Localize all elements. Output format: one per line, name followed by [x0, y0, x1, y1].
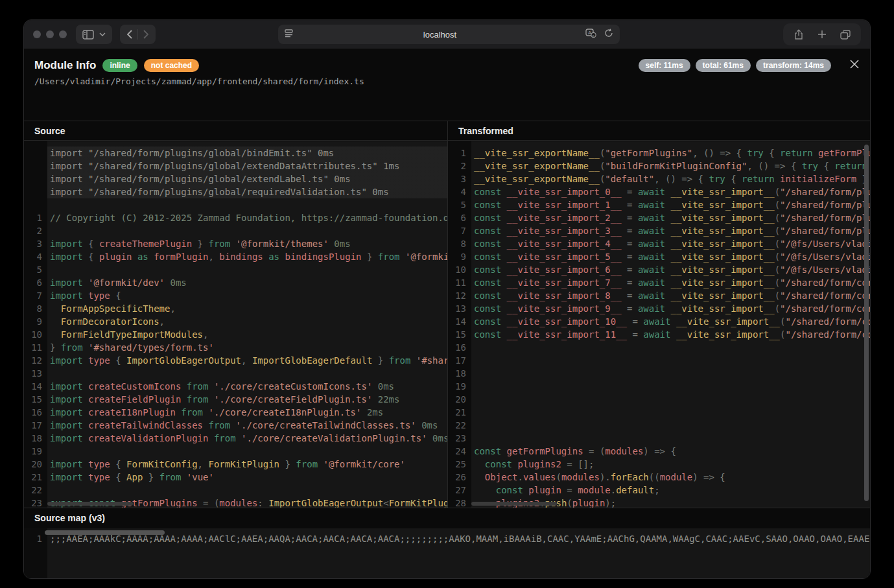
code-line: import "/shared/form/plugins/global/bind… — [24, 147, 447, 159]
line-number: 12 — [448, 289, 466, 302]
close-window-button[interactable] — [33, 30, 41, 38]
sourcemap-horizontal-scrollbar[interactable] — [45, 530, 165, 535]
transformed-pane-title: Transformed — [448, 121, 870, 141]
code-line: 9 FormDecoratorIcons, — [24, 315, 447, 328]
line-number: 7 — [448, 224, 466, 237]
code-line: 10 FormFieldTypeImportModules, — [24, 328, 447, 341]
code-line: 15import createFieldPlugin from './core/… — [24, 393, 447, 406]
module-inspector-overlay: Module Info inline not cached self: 11ms… — [24, 49, 870, 578]
line-number: 25 — [448, 458, 466, 471]
line-number: 3 — [24, 237, 42, 250]
url-text[interactable]: localhost — [294, 30, 585, 40]
nav-separator — [137, 29, 138, 40]
line-number: 21 — [448, 406, 466, 419]
line-number: 20 — [24, 458, 42, 471]
code-line: 11const __vite_ssr_import_7__ = await __… — [448, 276, 870, 289]
zoom-window-button[interactable] — [59, 30, 67, 38]
code-line: 12import type { ImportGlobEagerOutput, I… — [24, 354, 447, 367]
source-pane-title: Source — [24, 121, 447, 141]
code-line: 25 const plugins2 = []; — [448, 458, 870, 471]
code-line: 11} from '#shared/types/form.ts' — [24, 341, 447, 354]
code-line: 8 FormAppSpecificTheme, — [24, 302, 447, 315]
code-line: 19 — [24, 445, 447, 458]
sidebar-button[interactable] — [76, 25, 112, 44]
page-title: Module Info — [34, 59, 96, 72]
line-number: 6 — [448, 211, 466, 224]
new-tab-button[interactable] — [810, 23, 834, 45]
line-number: 18 — [448, 367, 466, 380]
share-button[interactable] — [787, 23, 810, 45]
line-number: 2 — [24, 224, 42, 237]
code-line: 26 Object.values(modules).forEach((modul… — [448, 471, 870, 484]
sourcemap-code[interactable]: 1;;;AAEA;AAAkC;AAAA;AAAA;AAAA;AAClC;AAEA… — [24, 528, 870, 578]
transform-time-badge: transform: 14ms — [756, 59, 831, 72]
line-number: 27 — [448, 484, 466, 497]
code-line: 27 const plugin = module.default; — [448, 484, 870, 497]
sourcemap-title: Source map (v3) — [24, 508, 870, 528]
code-line: 2__vite_ssr_exportName__("buildFormKitPl… — [448, 159, 870, 172]
line-number: 1 — [24, 211, 42, 224]
close-button[interactable] — [849, 59, 860, 72]
code-line: 8const __vite_ssr_import_4__ = await __v… — [448, 237, 870, 250]
code-line: 13 — [24, 367, 447, 380]
code-line: 21import type { App } from 'vue' — [24, 471, 447, 484]
line-number: 10 — [448, 263, 466, 276]
line-number: 26 — [448, 471, 466, 484]
code-line: 17 — [448, 354, 870, 367]
line-number: 15 — [448, 328, 466, 341]
transformed-pane: Transformed 1__vite_ssr_exportName__("ge… — [448, 121, 870, 508]
sourcemap-section: Source map (v3) 1;;;AAEA;AAAkC;AAAA;AAAA… — [24, 508, 870, 578]
module-info-header: Module Info inline not cached self: 11ms… — [24, 49, 870, 72]
code-line: 3import { createThemePlugin } from '@for… — [24, 237, 447, 250]
code-line: 22 — [24, 484, 447, 497]
line-number: 16 — [24, 406, 42, 419]
transformed-horizontal-scrollbar[interactable] — [471, 502, 557, 506]
code-line: 6const __vite_ssr_import_2__ = await __v… — [448, 211, 870, 224]
transformed-code[interactable]: 1__vite_ssr_exportName__("getFormPlugins… — [448, 141, 870, 508]
address-bar[interactable]: localhost A x — [278, 25, 620, 44]
close-icon — [849, 59, 860, 72]
code-line: 6import '@formkit/dev' 0ms — [24, 276, 447, 289]
reload-icon[interactable] — [604, 29, 613, 40]
line-number: 9 — [24, 315, 42, 328]
code-panes: Source import "/shared/form/plugins/glob… — [24, 121, 870, 508]
line-number: 22 — [24, 484, 42, 497]
browser-window: localhost A x — [23, 19, 871, 579]
minimize-window-button[interactable] — [46, 30, 54, 38]
line-number: 8 — [448, 237, 466, 250]
line-number: 21 — [24, 471, 42, 484]
line-number: 19 — [448, 380, 466, 393]
code-line: 23 — [448, 432, 870, 445]
code-line: 5const __vite_ssr_import_1__ = await __v… — [448, 198, 870, 211]
translate-icon[interactable]: A x — [585, 29, 596, 40]
code-line: 9const __vite_ssr_import_5__ = await __v… — [448, 250, 870, 263]
line-number: 8 — [24, 302, 42, 315]
line-number: 28 — [448, 497, 466, 508]
code-line: 1__vite_ssr_exportName__("getFormPlugins… — [448, 147, 870, 159]
back-button[interactable] — [126, 30, 132, 39]
traffic-lights[interactable] — [33, 30, 67, 38]
reader-icon[interactable] — [285, 29, 294, 40]
transformed-vertical-scrollbar[interactable] — [864, 145, 869, 501]
line-number: 19 — [24, 445, 42, 458]
code-line: 3__vite_ssr_exportName__("default", () =… — [448, 172, 870, 185]
inline-badge: inline — [102, 59, 137, 72]
line-number: 23 — [24, 497, 42, 508]
line-number: 13 — [24, 367, 42, 380]
svg-text:x: x — [592, 34, 594, 38]
code-line: 17import createTailwindClasses from './c… — [24, 419, 447, 432]
line-number: 20 — [448, 393, 466, 406]
code-line: 21 — [448, 406, 870, 419]
code-line: 18 — [448, 367, 870, 380]
tabs-overview-button[interactable] — [834, 23, 857, 45]
source-horizontal-scrollbar[interactable] — [47, 502, 133, 506]
source-code[interactable]: import "/shared/form/plugins/global/bind… — [24, 141, 447, 508]
chevron-down-icon — [99, 32, 106, 36]
line-number: 6 — [24, 276, 42, 289]
forward-button[interactable] — [143, 30, 149, 39]
line-number: 14 — [24, 380, 42, 393]
code-line: 15const __vite_ssr_import_11__ = await _… — [448, 328, 870, 341]
code-line: import "/shared/form/plugins/global/exte… — [24, 172, 447, 185]
code-line: 5 — [24, 263, 447, 276]
line-number: 24 — [448, 445, 466, 458]
